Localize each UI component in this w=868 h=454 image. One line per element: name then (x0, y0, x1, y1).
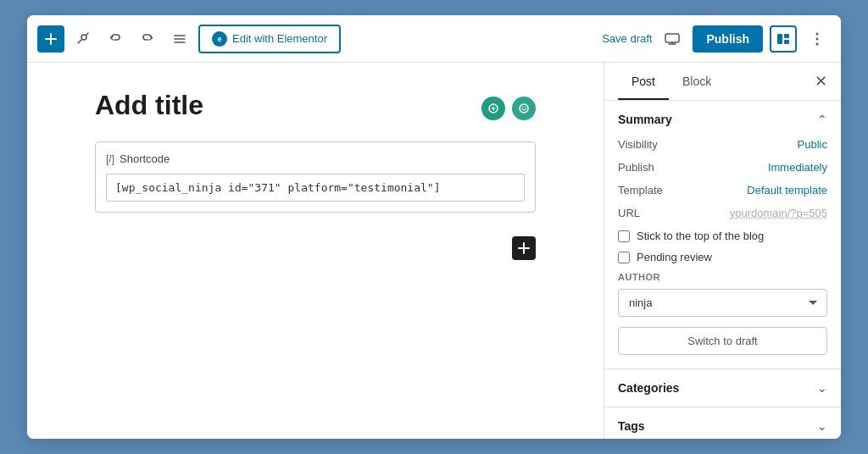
tab-post[interactable]: Post (618, 63, 669, 100)
publish-button[interactable]: Publish (693, 25, 763, 53)
shortcode-input[interactable] (106, 174, 525, 202)
summary-title: Summary (618, 113, 672, 126)
summary-section-header[interactable]: Summary ⌃ (604, 101, 841, 138)
toolbar-left: e Edit with Elementor (37, 25, 597, 53)
publish-row: Publish Immediately (618, 161, 827, 174)
sidebar-panel: Post Block ✕ Summary ⌃ Visibility Public (604, 63, 841, 439)
visibility-row: Visibility Public (618, 138, 827, 151)
shortcode-header: [/] Shortcode (106, 152, 525, 165)
undo-button[interactable] (102, 25, 129, 53)
switch-to-draft-button[interactable]: Switch to draft (618, 327, 827, 355)
tags-section: Tags ⌄ (604, 407, 841, 439)
author-section-label: AUTHOR (618, 272, 827, 282)
tools-button[interactable] (70, 25, 97, 53)
seo-icon[interactable] (481, 97, 505, 120)
svg-point-14 (816, 42, 819, 45)
summary-section: Summary ⌃ Visibility Public Publish Imme… (604, 101, 841, 369)
template-label: Template (618, 184, 663, 197)
svg-rect-6 (665, 34, 679, 42)
url-label: URL (618, 207, 640, 219)
shortcode-label: Shortcode (120, 152, 170, 165)
author-select[interactable]: ninja (618, 289, 827, 317)
preview-button[interactable] (659, 25, 686, 53)
tags-header[interactable]: Tags ⌄ (604, 407, 841, 439)
url-row: URL yourdomain/?p=505 (618, 207, 827, 219)
svg-rect-9 (777, 34, 782, 44)
categories-section: Categories ⌄ (604, 369, 841, 407)
tab-block[interactable]: Block (669, 63, 725, 100)
pending-review-label: Pending review (637, 251, 712, 263)
svg-point-18 (525, 107, 526, 108)
editor-tool-icons (481, 97, 536, 120)
summary-chevron-icon: ⌃ (817, 113, 827, 126)
shortcode-bracket-icon: [/] (106, 153, 114, 165)
readability-icon[interactable] (512, 97, 536, 120)
add-block-toolbar-button[interactable] (37, 25, 64, 53)
publish-meta-label: Publish (618, 161, 654, 174)
tags-title: Tags (618, 419, 645, 433)
svg-point-16 (520, 104, 528, 113)
stick-to-top-row: Stick to the top of the blog (618, 230, 827, 242)
svg-point-17 (522, 107, 524, 108)
svg-point-12 (816, 32, 819, 35)
template-row: Template Default template (618, 184, 827, 197)
svg-rect-10 (784, 34, 789, 38)
svg-rect-11 (784, 40, 789, 44)
list-view-button[interactable] (166, 25, 193, 53)
post-title[interactable]: Add title (95, 90, 481, 121)
summary-body: Visibility Public Publish Immediately Te… (604, 138, 841, 368)
tab-group: Post Block (618, 63, 725, 100)
redo-button[interactable] (134, 25, 161, 53)
save-draft-button[interactable]: Save draft (602, 32, 652, 45)
add-new-block-button[interactable] (512, 236, 536, 260)
close-sidebar-button[interactable]: ✕ (815, 72, 827, 91)
pending-review-checkbox[interactable] (618, 252, 630, 263)
publish-meta-value[interactable]: Immediately (768, 161, 827, 174)
main-area: Add title (27, 63, 841, 439)
categories-header[interactable]: Categories ⌄ (604, 369, 841, 407)
edit-with-elementor-button[interactable]: e Edit with Elementor (198, 25, 341, 53)
visibility-label: Visibility (618, 138, 658, 151)
template-value[interactable]: Default template (747, 184, 827, 197)
toolbar-right: Save draft Publish (602, 25, 831, 53)
stick-top-label: Stick to the top of the blog (637, 230, 764, 242)
more-options-button[interactable] (804, 25, 831, 53)
edit-elementor-label: Edit with Elementor (232, 32, 327, 45)
editor-area: Add title (27, 63, 604, 439)
pending-review-row: Pending review (618, 251, 827, 263)
categories-title: Categories (618, 381, 679, 395)
elementor-logo-icon: e (212, 31, 227, 47)
settings-panel-button[interactable] (770, 25, 797, 53)
tags-chevron-icon: ⌄ (817, 419, 827, 433)
shortcode-block: [/] Shortcode (95, 141, 536, 213)
url-value[interactable]: yourdomain/?p=505 (730, 207, 827, 219)
svg-point-13 (816, 37, 819, 40)
sidebar-tabs: Post Block ✕ (604, 63, 841, 101)
stick-top-checkbox[interactable] (618, 230, 630, 242)
toolbar: e Edit with Elementor Save draft Publish (27, 15, 841, 63)
categories-chevron-icon: ⌄ (817, 381, 827, 395)
visibility-value[interactable]: Public (798, 138, 827, 151)
